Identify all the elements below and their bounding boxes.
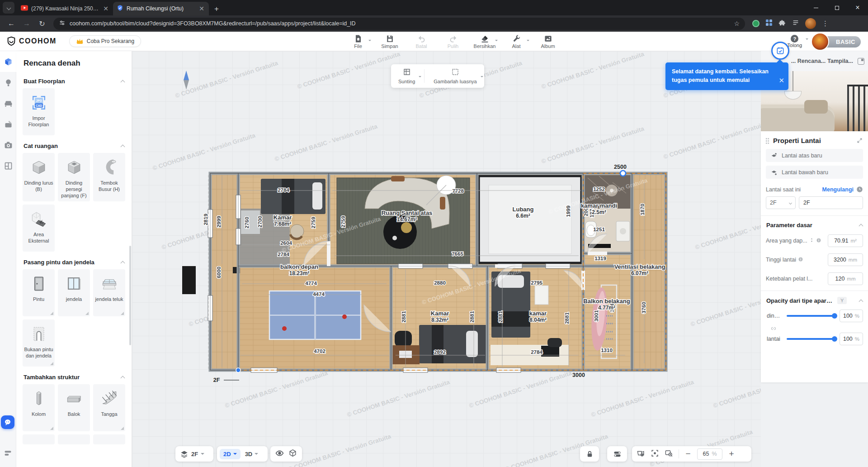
tile-jendela[interactable]: jendela bbox=[58, 269, 90, 316]
collapse-icon[interactable] bbox=[859, 224, 863, 229]
forward-button[interactable]: → bbox=[20, 19, 33, 28]
url-input[interactable]: coohom.com/pub/tool/bim/cloud?designid=3… bbox=[53, 18, 745, 30]
slider-value-input[interactable]: 100% bbox=[840, 310, 863, 322]
floor-select-dropdown[interactable]: 2F bbox=[766, 196, 796, 209]
selection-handle[interactable] bbox=[236, 368, 241, 372]
avatar[interactable] bbox=[811, 33, 829, 51]
repeat-link[interactable]: Mengulangi bbox=[822, 186, 854, 193]
browser-tab-coohom[interactable]: Rumah Cileungsi (Ortu) ✕ bbox=[113, 2, 209, 15]
extension-grid-icon[interactable] bbox=[765, 19, 773, 28]
panel-toggle-icon[interactable] bbox=[858, 58, 864, 65]
camera-settings-button[interactable] bbox=[637, 449, 645, 459]
section-header-pasang-pintu-dan-jendela[interactable]: Pasang pintu dan jendela bbox=[16, 252, 132, 269]
section-header-buat-floorplan[interactable]: Buat Floorplan bbox=[16, 71, 132, 88]
visibility-eye-button[interactable] bbox=[275, 449, 284, 459]
new-tab-button[interactable]: + bbox=[209, 5, 224, 15]
help-button[interactable]: ? Tolong bbox=[788, 35, 802, 48]
floor-name-input[interactable]: 2F bbox=[799, 196, 863, 209]
browser-menu-icon[interactable]: ⋮ bbox=[822, 19, 829, 28]
back-button[interactable]: ← bbox=[5, 19, 18, 28]
site-settings-icon[interactable] bbox=[59, 19, 66, 28]
collapse-icon[interactable] bbox=[859, 299, 863, 304]
bookmark-star-icon[interactable]: ☆ bbox=[734, 20, 740, 27]
mode-3d-button[interactable]: 3D bbox=[243, 451, 260, 457]
slider-value-input[interactable]: 100% bbox=[840, 333, 863, 345]
reload-button[interactable]: ↻ bbox=[35, 19, 49, 28]
toast-close-icon[interactable]: ✕ bbox=[778, 75, 784, 86]
subtool-sunting[interactable]: Sunting bbox=[396, 68, 418, 84]
beginner-tasks-button[interactable] bbox=[771, 42, 789, 60]
extension-green-icon[interactable] bbox=[752, 20, 760, 27]
close-button[interactable]: × bbox=[847, 0, 868, 15]
tile-dinding-persegi-panjang-f[interactable]: Dinding persegi panjang (F) bbox=[58, 153, 90, 201]
rail-item-render[interactable] bbox=[0, 134, 16, 155]
tile-area-eksternal[interactable]: Area Eksternal bbox=[23, 205, 55, 252]
coohom-logo[interactable]: COOHOM bbox=[0, 36, 63, 46]
link-sliders-icon[interactable] bbox=[761, 326, 868, 331]
slider-track[interactable] bbox=[787, 315, 835, 317]
support-chat-button[interactable] bbox=[1, 415, 14, 429]
subtool-gambarlah-luasnya[interactable]: Gambarlah luasnya bbox=[431, 68, 479, 84]
tool-batal[interactable]: Batal bbox=[411, 34, 431, 49]
tool-simpan[interactable]: Simpan bbox=[380, 34, 400, 49]
drag-handle-icon[interactable] bbox=[765, 138, 769, 144]
zoom-in-button[interactable]: + bbox=[728, 449, 735, 459]
floorplan-drawing[interactable]: 2F © COOHOM BASIC - Versión Gratuita© CO… bbox=[179, 155, 685, 391]
rail-item-floorplan[interactable] bbox=[0, 51, 16, 72]
rail-item-customize[interactable] bbox=[0, 114, 16, 134]
tile-pintu[interactable]: Pintu bbox=[23, 269, 55, 316]
tile-impor-floorplan[interactable]: JPGCADImpor Floorplan bbox=[23, 88, 55, 135]
design-canvas[interactable]: © COOHOM BASIC - Versión Gratuita© COOHO… bbox=[132, 51, 761, 467]
reading-list-icon[interactable] bbox=[792, 19, 799, 28]
rail-item-furnish[interactable] bbox=[0, 93, 16, 114]
browser-tab-youtube[interactable]: (279) Kawasaki Ninja 250 FI Unt ✕ bbox=[17, 2, 113, 15]
panel-scrollbar[interactable] bbox=[129, 246, 131, 345]
tab-search-button[interactable] bbox=[3, 2, 14, 14]
tile-bukaan-pintu-dan-jendela[interactable]: Bukaan pintu dan jendela bbox=[23, 319, 55, 367]
tile-tembok-busur-h[interactable]: Tembok Busur (H) bbox=[93, 153, 125, 201]
maximize-button[interactable] bbox=[826, 0, 847, 15]
section-header-cat-ruangan[interactable]: Cat ruangan bbox=[16, 135, 132, 153]
expand-icon[interactable] bbox=[857, 138, 863, 143]
tile-cutoff[interactable] bbox=[93, 434, 125, 444]
tile-tangga[interactable]: Tangga bbox=[93, 384, 125, 431]
slider-track[interactable] bbox=[787, 338, 835, 340]
info-icon[interactable] bbox=[816, 238, 821, 244]
selection-handle[interactable] bbox=[620, 171, 626, 176]
tool-alat[interactable]: Alat bbox=[506, 34, 526, 49]
floor-selector[interactable]: 2F bbox=[175, 446, 213, 462]
account-area[interactable]: BASIC bbox=[814, 33, 863, 50]
new-floor-above-button[interactable]: Lantai atas baru bbox=[766, 149, 863, 162]
tab-close-icon[interactable]: ✕ bbox=[198, 5, 205, 12]
slider-knob[interactable] bbox=[832, 336, 837, 342]
minimize-button[interactable] bbox=[806, 0, 826, 15]
updown-icon[interactable] bbox=[809, 238, 814, 244]
tool-file[interactable]: File bbox=[348, 34, 368, 49]
tile-balok[interactable]: Balok bbox=[58, 384, 90, 431]
section-header-tambahkan-struktur[interactable]: Tambahkan struktur bbox=[16, 367, 132, 384]
tile-cutoff[interactable] bbox=[23, 434, 55, 444]
tab-close-icon[interactable]: ✕ bbox=[102, 5, 109, 12]
slider-knob[interactable] bbox=[832, 313, 837, 319]
mode-2d-button[interactable]: 2D bbox=[220, 449, 241, 459]
zoom-level-input[interactable]: 65 % bbox=[697, 448, 722, 460]
param-value-input[interactable]: 120mm bbox=[828, 272, 863, 285]
tool-pulih[interactable]: Pulih bbox=[443, 34, 463, 49]
3d-box-button[interactable] bbox=[288, 449, 297, 459]
rail-item-layout[interactable] bbox=[0, 155, 16, 176]
tool-bersihkan[interactable]: Bersihkan bbox=[475, 34, 495, 49]
upgrade-pro-button[interactable]: Coba Pro Sekarang bbox=[69, 35, 141, 47]
new-floor-below-button[interactable]: Lantai bawah baru bbox=[766, 166, 863, 179]
tab-rencana[interactable]: ... Rencana... bbox=[791, 58, 826, 64]
rail-item-inspiration[interactable] bbox=[0, 72, 16, 93]
tile-cutoff[interactable] bbox=[58, 434, 90, 444]
tile-dinding-lurus-b[interactable]: Dinding lurus (B) bbox=[23, 153, 55, 201]
info-icon[interactable] bbox=[798, 257, 803, 263]
zoom-area-button[interactable] bbox=[665, 449, 673, 459]
focus-center-button[interactable] bbox=[651, 449, 659, 459]
tile-kolom[interactable]: Kolom bbox=[23, 384, 55, 431]
tool-album[interactable]: Album bbox=[538, 34, 558, 49]
display-toggles-button[interactable] bbox=[607, 446, 627, 462]
zoom-out-button[interactable]: − bbox=[684, 449, 692, 459]
browser-profile-avatar[interactable] bbox=[805, 18, 816, 29]
